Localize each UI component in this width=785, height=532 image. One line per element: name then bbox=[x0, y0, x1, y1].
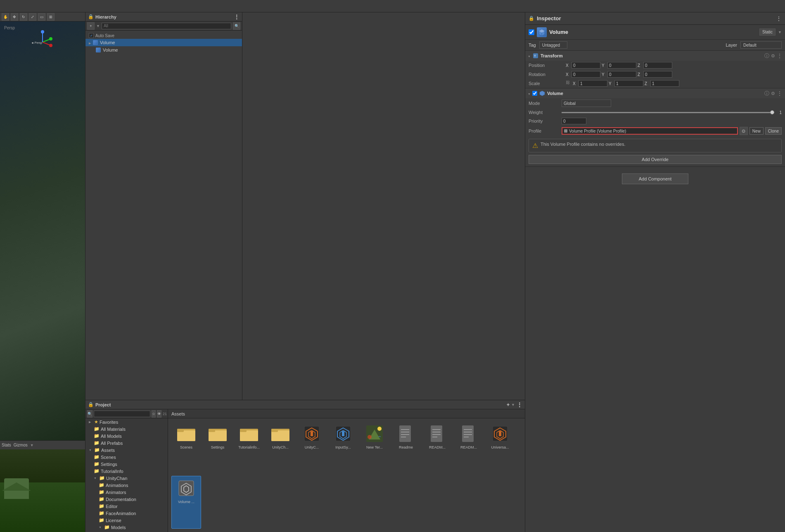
mode-dropdown[interactable]: Global bbox=[562, 100, 611, 107]
project-filter-btn[interactable]: ☆ bbox=[152, 410, 156, 418]
scale-z-input[interactable] bbox=[650, 80, 679, 87]
sidebar-scenes[interactable]: 📁 Scenes bbox=[85, 454, 168, 461]
rotation-x-input[interactable] bbox=[572, 71, 600, 78]
gizmos-btn[interactable]: Gizmos bbox=[14, 443, 28, 447]
scale-link-icon[interactable]: ⛓ bbox=[566, 80, 570, 87]
scene-tool-move[interactable]: ✥ bbox=[11, 13, 18, 21]
asset-readm2[interactable]: READM... bbox=[454, 422, 484, 474]
position-y-input[interactable] bbox=[607, 62, 636, 69]
profile-asset-name: Volume Profile (Volume Profile) bbox=[569, 129, 626, 133]
project-eye-btn[interactable]: 👁 bbox=[157, 410, 161, 418]
volume-component-header[interactable]: Volume bbox=[525, 88, 785, 98]
sidebar-license[interactable]: 📁 License bbox=[85, 517, 168, 524]
scene-tool-rotate[interactable]: ↻ bbox=[20, 13, 27, 21]
sidebar-favorites[interactable]: ★ Favorites bbox=[85, 418, 168, 425]
asset-unitychan[interactable]: UnityCh... bbox=[266, 422, 295, 474]
priority-input[interactable] bbox=[562, 118, 586, 124]
documentation-icon: 📁 bbox=[99, 496, 104, 502]
hierarchy-toolbar: + ▼ 🔍 bbox=[85, 21, 242, 31]
asset-scenes[interactable]: Scenes bbox=[171, 422, 201, 474]
hierarchy-search[interactable] bbox=[102, 23, 231, 29]
scene-tool-scale[interactable]: ⤢ bbox=[29, 13, 36, 21]
sidebar-assets-root[interactable]: 📁 Assets bbox=[85, 446, 168, 454]
volume-settings-icon[interactable] bbox=[771, 91, 775, 96]
tag-dropdown[interactable]: Untagged bbox=[539, 41, 567, 49]
asset-volumeprofile[interactable]: Volume ... bbox=[171, 476, 201, 529]
asset-newterrain[interactable]: New Ter... bbox=[360, 422, 389, 474]
add-override-button[interactable]: Add Override bbox=[529, 155, 782, 164]
transform-header[interactable]: T Transform bbox=[525, 51, 785, 61]
scene-tool-hand[interactable]: ✋ bbox=[2, 13, 9, 21]
inspector-menu-icon[interactable] bbox=[776, 15, 782, 22]
asset-tutorial[interactable]: Tutorialinfo... bbox=[234, 422, 264, 474]
hierarchy-menu-icon[interactable] bbox=[234, 14, 240, 20]
sidebar-all-materials[interactable]: 📁 All Materials bbox=[85, 425, 168, 432]
asset-readme[interactable]: Readme bbox=[391, 422, 421, 474]
sidebar-all-models[interactable]: 📁 All Models bbox=[85, 432, 168, 439]
volume-component-title: Volume bbox=[547, 91, 763, 96]
volume-icon-2 bbox=[95, 47, 101, 53]
project-menu-icon[interactable] bbox=[517, 401, 522, 408]
volumeprofile-icon bbox=[176, 478, 197, 499]
project-add-btn[interactable]: + bbox=[507, 402, 510, 408]
profile-clone-btn[interactable]: Clone bbox=[765, 127, 782, 135]
sidebar-documentation[interactable]: 📁 Documentation bbox=[85, 496, 168, 503]
object-name[interactable]: Volume bbox=[549, 29, 757, 35]
volume-menu-icon[interactable] bbox=[777, 90, 783, 97]
license-icon: 📁 bbox=[99, 518, 104, 523]
sidebar-models-unitychan[interactable]: 📁 Models bbox=[85, 524, 168, 531]
volume-active-checkbox[interactable] bbox=[532, 91, 537, 96]
svg-rect-36 bbox=[431, 425, 442, 442]
sidebar-faceanimation[interactable]: 📁 FaceAnimation bbox=[85, 510, 168, 517]
layer-dropdown[interactable]: Default bbox=[740, 41, 782, 49]
project-search-input[interactable] bbox=[94, 411, 150, 417]
stats-btn[interactable]: Stats bbox=[2, 443, 11, 447]
transform-menu-icon[interactable] bbox=[777, 52, 783, 59]
transform-settings-icon[interactable] bbox=[771, 53, 775, 59]
position-x-input[interactable] bbox=[572, 62, 600, 69]
rotation-z-input[interactable] bbox=[643, 71, 672, 78]
object-active-checkbox[interactable] bbox=[529, 29, 534, 35]
rotation-y-input[interactable] bbox=[607, 71, 636, 78]
asset-settings[interactable]: Settings bbox=[203, 422, 232, 474]
scale-x-input[interactable] bbox=[579, 80, 607, 87]
volume-comp-icon bbox=[539, 90, 545, 97]
hierarchy-search-btn[interactable]: 🔍 bbox=[233, 22, 240, 30]
sidebar-animations[interactable]: 📁 Animations bbox=[85, 482, 168, 489]
hierarchy-panel: 🔒 Hierarchy + ▼ 🔍 ✓ Auto Save bbox=[85, 12, 242, 400]
weight-slider[interactable] bbox=[562, 112, 774, 113]
auto-save-checkbox[interactable]: ✓ bbox=[89, 33, 94, 38]
profile-new-btn[interactable]: New bbox=[749, 127, 764, 135]
project-search-icon[interactable]: 🔍 bbox=[87, 410, 92, 418]
sidebar-animators[interactable]: 📁 Animators bbox=[85, 489, 168, 496]
volume-help-icon[interactable] bbox=[764, 90, 769, 97]
asset-readm1[interactable]: READM... bbox=[422, 422, 452, 474]
scene-tool-rect[interactable]: ▭ bbox=[38, 13, 45, 21]
asset-universalrp[interactable]: UnityC... bbox=[297, 422, 327, 474]
scale-y-input[interactable] bbox=[614, 80, 643, 87]
asset-universalpackage[interactable]: Universa... bbox=[485, 422, 515, 474]
volume-component: Volume Mode Global Weight bbox=[525, 88, 785, 167]
hierarchy-add-btn[interactable]: + bbox=[87, 22, 95, 30]
hierarchy-item-volume-2[interactable]: Volume bbox=[85, 46, 242, 54]
position-z-input[interactable] bbox=[643, 62, 672, 69]
assets-breadcrumb-label: Assets bbox=[171, 411, 185, 416]
sidebar-all-prefabs[interactable]: 📁 All Prefabs bbox=[85, 439, 168, 446]
asset-inputsystem[interactable]: InputSy... bbox=[328, 422, 358, 474]
profile-picker-btn[interactable]: ⊙ bbox=[740, 127, 748, 135]
sidebar-tutorialinfo[interactable]: 📁 TutorialInfo bbox=[85, 468, 168, 475]
transform-help-icon[interactable] bbox=[764, 52, 769, 59]
profile-asset-field[interactable]: Volume Profile (Volume Profile) bbox=[562, 127, 738, 135]
svg-rect-15 bbox=[240, 429, 247, 432]
sidebar-unitychan[interactable]: 📁 UnityChan bbox=[85, 475, 168, 482]
add-component-button[interactable]: Add Component bbox=[622, 173, 689, 184]
rotation-y-label: Y bbox=[602, 72, 607, 77]
hierarchy-item-volume-1[interactable]: Volume bbox=[85, 39, 242, 46]
static-button[interactable]: Static bbox=[759, 28, 776, 36]
lower-panels: 🔒 Project + ▼ 🔍 ☆ 👁 bbox=[85, 400, 525, 532]
static-dropdown-arrow[interactable]: ▼ bbox=[778, 30, 782, 34]
sidebar-editor[interactable]: 📁 Editor bbox=[85, 503, 168, 510]
sidebar-settings[interactable]: 📁 Settings bbox=[85, 461, 168, 468]
scene-tool-transform[interactable]: ⊞ bbox=[47, 13, 55, 21]
asset-grid: Scenes bbox=[168, 418, 525, 532]
